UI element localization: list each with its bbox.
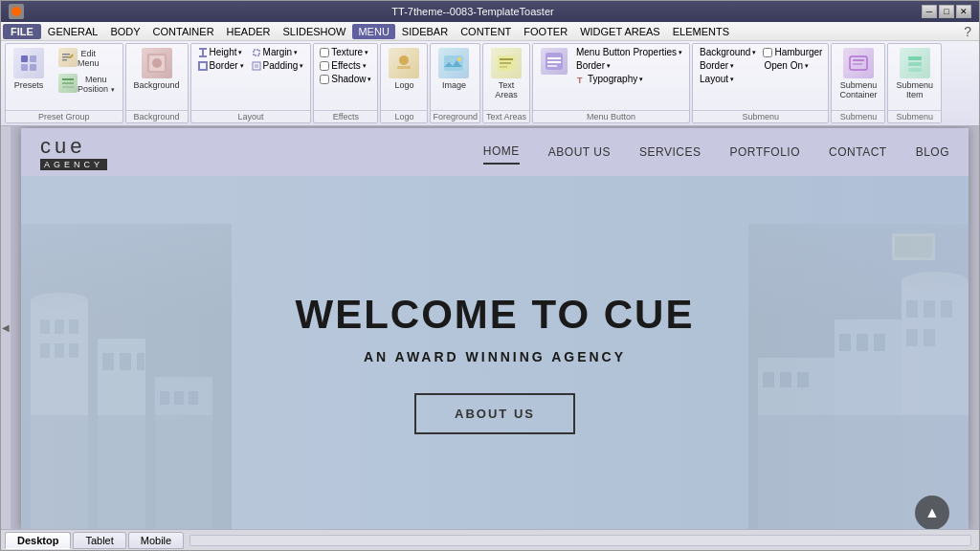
menubar-widget-areas[interactable]: WIDGET AREAS — [574, 24, 666, 39]
svg-rect-32 — [547, 65, 557, 67]
menubar: FILE GENERAL BODY CONTAINER HEADER SLIDE… — [1, 22, 979, 41]
minimize-button[interactable]: ─ — [922, 5, 937, 18]
texture-checkbox[interactable]: Texture ▾ — [318, 46, 373, 58]
effects-group-label: Effects — [314, 110, 377, 122]
submenu-container-button[interactable]: SubmenuContainer — [835, 46, 880, 101]
image-button[interactable]: Image — [434, 46, 473, 92]
svg-rect-38 — [908, 62, 922, 66]
svg-rect-18 — [254, 50, 259, 55]
height-button[interactable]: Height ▾ — [195, 46, 247, 58]
menu-border-button[interactable]: Border ▾ — [573, 59, 685, 72]
help-button[interactable]: ? — [958, 22, 977, 41]
canvas-left-handle[interactable]: ◀ — [1, 126, 11, 529]
text-areas-label: TextAreas — [495, 80, 518, 99]
margin-button[interactable]: Margin ▾ — [249, 46, 307, 58]
nav-link-about[interactable]: ABOUT US — [548, 141, 611, 164]
image-label: Image — [442, 80, 466, 90]
logo-label: Logo — [394, 80, 413, 90]
ribbon-group-logo: Logo Logo — [380, 43, 428, 123]
menubar-container[interactable]: CONTAINER — [147, 24, 220, 39]
layout-group-label: Layout — [191, 110, 311, 122]
window-title: TT-7theme--0083-TemplateToaster — [24, 6, 922, 17]
scroll-top-icon: ▲ — [924, 504, 940, 521]
logo-button[interactable]: Logo — [385, 46, 423, 92]
svg-rect-3 — [21, 64, 28, 71]
svg-point-21 — [399, 55, 409, 65]
submenu-border-button[interactable]: Border ▾ — [697, 59, 759, 72]
nav-link-home[interactable]: HOME — [483, 140, 520, 165]
svg-rect-8 — [62, 78, 74, 80]
menu-button-group-label: Menu Button — [533, 110, 689, 122]
shadow-checkbox[interactable]: Shadow ▾ — [318, 73, 373, 85]
svg-rect-4 — [30, 64, 36, 71]
image-icon — [438, 48, 469, 78]
submenu-background-button[interactable]: Background ▾ — [697, 46, 759, 58]
submenu-item-group-content: SubmenuItem — [888, 44, 941, 110]
horizontal-scrollbar[interactable] — [189, 535, 971, 546]
background-group-label: Background — [126, 110, 188, 122]
submenu-settings-content: Background ▾ Border ▾ Layout ▾ Hamburger… — [693, 44, 828, 110]
border-button[interactable]: Border ▾ — [195, 59, 247, 72]
svg-rect-2 — [30, 55, 36, 62]
svg-point-0 — [11, 7, 21, 16]
svg-rect-17 — [199, 62, 207, 70]
presets-button[interactable]: Presets — [10, 46, 48, 92]
foreground-group-label: Foreground — [431, 110, 479, 122]
open-on-button[interactable]: Open On ▾ — [761, 59, 824, 72]
scroll-top-button[interactable]: ▲ — [915, 496, 949, 529]
edit-menu-button[interactable]: EditMenu — [55, 46, 119, 71]
svg-rect-26 — [500, 58, 513, 60]
tablet-tab[interactable]: Tablet — [73, 532, 125, 549]
menubar-file[interactable]: FILE — [3, 24, 41, 39]
menubar-sidebar[interactable]: SIDEBAR — [396, 24, 454, 39]
website-preview: cue AGENCY HOME ABOUT US SERVICES PORTFO… — [21, 128, 969, 529]
effects-checkbox[interactable]: Effects ▾ — [318, 59, 373, 72]
padding-button[interactable]: Padding ▾ — [249, 59, 307, 72]
menu-typography-button[interactable]: T Typography ▾ — [573, 73, 685, 85]
menubar-header[interactable]: HEADER — [221, 24, 277, 39]
submenu-item-button[interactable]: SubmenuItem — [892, 46, 937, 101]
svg-rect-16 — [199, 55, 207, 57]
svg-rect-20 — [255, 64, 258, 68]
svg-rect-6 — [62, 56, 70, 58]
maximize-button[interactable]: □ — [939, 5, 954, 18]
svg-rect-15 — [202, 50, 204, 55]
menubar-content[interactable]: CONTENT — [455, 24, 517, 39]
submenu-layout-button[interactable]: Layout ▾ — [697, 73, 759, 85]
hero-subtitle: AN AWARD WINNING AGENCY — [296, 349, 695, 364]
background-button[interactable]: Background — [130, 46, 184, 92]
close-button[interactable]: ✕ — [956, 5, 971, 18]
menubar-body[interactable]: BODY — [104, 24, 145, 39]
submenu-extra-col: Hamburger Open On ▾ — [761, 46, 824, 72]
svg-rect-36 — [853, 63, 862, 65]
nav-link-contact[interactable]: CONTACT — [829, 141, 887, 164]
svg-rect-27 — [500, 62, 511, 64]
menubar-general[interactable]: GENERAL — [42, 24, 104, 39]
mobile-tab[interactable]: Mobile — [128, 532, 184, 549]
svg-rect-28 — [500, 66, 507, 68]
ribbon-group-submenu-container: SubmenuContainer Submenu — [831, 43, 885, 123]
svg-text:T: T — [577, 76, 583, 84]
menubar-footer[interactable]: FOOTER — [518, 24, 573, 39]
ribbon-group-background: Background Background — [125, 43, 189, 123]
nav-link-portfolio[interactable]: PORTFOLIO — [729, 141, 800, 164]
submenu-settings-col: Background ▾ Border ▾ Layout ▾ — [697, 46, 759, 85]
hero-title: WELCOME TO CUE — [296, 292, 695, 338]
hero-about-button[interactable]: ABOUT US — [414, 393, 575, 434]
hamburger-checkbox[interactable]: Hamburger — [761, 46, 824, 58]
text-areas-button[interactable]: TextAreas — [487, 46, 525, 101]
nav-link-services[interactable]: SERVICES — [639, 141, 701, 164]
desktop-tab[interactable]: Desktop — [5, 532, 71, 549]
svg-rect-5 — [62, 54, 70, 55]
menu-button-properties-button[interactable]: Menu Button Properties ▾ — [573, 46, 685, 58]
menubar-menu[interactable]: MENU — [352, 24, 394, 39]
menubar-elements[interactable]: ELEMENTS — [667, 24, 735, 39]
menubar-slideshow[interactable]: SLIDESHOW — [277, 24, 351, 39]
bottom-bar: Desktop Tablet Mobile — [1, 529, 979, 550]
text-areas-group-content: TextAreas — [483, 44, 529, 110]
menu-button-icon — [541, 48, 568, 75]
edit-menu-col: EditMenu MenuPosition ▾ — [55, 46, 119, 97]
menu-position-button[interactable]: MenuPosition ▾ — [55, 72, 119, 97]
nav-link-blog[interactable]: BLOG — [916, 141, 949, 164]
presets-group-label: Preset Group — [6, 110, 122, 122]
